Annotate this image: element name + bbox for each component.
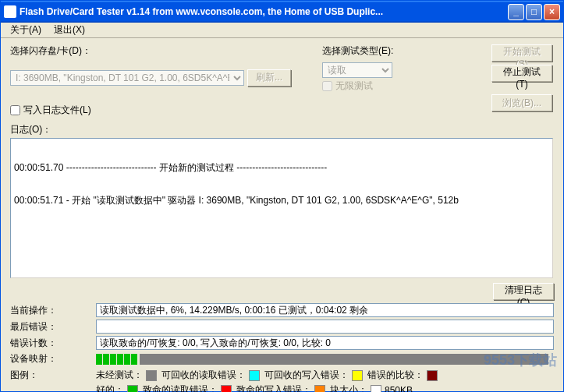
minimize-button[interactable]: _ [508,4,524,20]
drive-select-group: I: 3690MB, "Kingston, DT 101 G2, 1.00, 6… [10,69,307,87]
legend-writerec: 可回收的写入错误： [264,369,363,382]
writelog-check-row: 写入日志文件(L) [10,104,91,117]
legend-readrec: 可回收的读取错误： [161,369,260,382]
swatch-cyan [249,370,260,381]
swatch-darkred [427,370,438,381]
devicemap-row: 设备映射： [10,352,554,366]
stop-button[interactable]: 停止测试(T) [491,65,552,82]
legend-row-1: 未经测试： 可回收的读取错误： 可回收的写入错误： 错误的比较： [96,369,554,382]
errcount-label: 错误计数： [10,337,96,350]
log-textarea[interactable]: 00:00:51.70 ----------------------------… [10,138,553,278]
top-controls-row: 选择闪存盘/卡(D)： 选择测试类型(E): [10,44,554,58]
legend-row-2: 好的： 致命的读取错误： 致命的写入错误： 块大小：850KB [96,383,554,392]
map-tested-block [124,354,130,365]
action-buttons: 开始测试(S) 停止测试(T) [491,44,552,82]
lasterror-label: 最后错误： [10,320,96,334]
legend-blocksize: 块大小：850KB [330,383,413,392]
clear-log-row: 清理日志(C) [10,283,554,300]
map-tested-block [110,354,116,365]
errcount-value: 读取致命的/可恢复: 0/0, 写入致命的/可恢复: 0/0, 比较: 0 [96,336,554,350]
swatch-orange [314,385,325,393]
app-window: Flash Drive/Card Tester v1.14 from www.v… [0,0,564,392]
currentop-value: 读取测试数据中, 6%, 14.229MB/s, 0:00:16 已测试，0:0… [96,303,554,317]
map-untested-block [140,354,548,365]
infinite-test-row: 无限测试 [322,79,392,93]
window-controls: _ □ × [508,4,560,20]
testtype-select-group: 读取 无限测试 [322,62,392,93]
drive-group: 选择闪存盘/卡(D)： [10,44,307,58]
legend-untested: 未经测试： [96,369,157,382]
log-line: 00:00:51.70 ----------------------------… [14,162,549,173]
swatch-gray [146,370,157,381]
maximize-button[interactable]: □ [526,4,542,20]
legend-writefatal: 致命的写入错误： [236,383,325,392]
map-tested-block [131,354,137,365]
refresh-button[interactable]: 刷新... [247,69,291,87]
selectors-row: I: 3690MB, "Kingston, DT 101 G2, 1.00, 6… [10,62,554,93]
testtype-group: 选择测试类型(E): [322,44,396,58]
status-table: 当前操作： 读取测试数据中, 6%, 14.229MB/s, 0:00:16 已… [10,303,554,366]
device-map [96,353,548,366]
drive-select[interactable]: I: 3690MB, "Kingston, DT 101 G2, 1.00, 6… [10,70,244,86]
swatch-yellow [352,370,363,381]
currentop-row: 当前操作： 读取测试数据中, 6%, 14.229MB/s, 0:00:16 已… [10,303,554,317]
menubar: 关于(A) 退出(X) [1,23,563,38]
legend-readfatal: 致命的读取错误： [143,383,232,392]
swatch-red [221,385,232,393]
clearlog-button[interactable]: 清理日志(C) [493,283,554,300]
swatch-white [371,385,381,393]
map-tested-block [117,354,123,365]
infinite-label: 无限测试 [335,79,373,93]
close-button[interactable]: × [544,4,560,20]
currentop-label: 当前操作： [10,304,96,317]
drive-label: 选择闪存盘/卡(D)： [10,44,303,58]
writelog-label: 写入日志文件(L) [23,104,91,117]
log-label: 日志(O)： [10,123,551,136]
lasterror-row: 最后错误： [10,320,554,334]
map-tested-block [103,354,109,365]
menu-about[interactable]: 关于(A) [4,22,48,38]
map-tested-block [96,354,102,365]
app-icon [4,5,16,18]
log-line: 00:00:51.71 - 开始 "读取测试数据中" 驱动器 I: 3690MB… [14,195,549,206]
titlebar: Flash Drive/Card Tester v1.14 from www.v… [1,1,563,23]
legend-label: 图例： [10,369,96,382]
menu-exit[interactable]: 退出(X) [48,22,91,38]
browse-button[interactable]: 浏览(B)... [491,94,552,111]
testtype-select[interactable]: 读取 [322,62,392,78]
devicemap-label: 设备映射： [10,352,96,366]
writelog-checkbox[interactable] [10,105,20,115]
lasterror-value [96,320,554,334]
content-area: 选择闪存盘/卡(D)： 选择测试类型(E): I: 3690MB, "Kings… [1,38,563,392]
errcount-row: 错误计数： 读取致命的/可恢复: 0/0, 写入致命的/可恢复: 0/0, 比较… [10,336,554,350]
start-button[interactable]: 开始测试(S) [491,44,552,62]
legend-good: 好的： [96,383,138,392]
legend-mismatch: 错误的比较： [367,369,438,382]
swatch-green [127,385,138,393]
title-text: Flash Drive/Card Tester v1.14 from www.v… [20,6,508,17]
testtype-label: 选择测试类型(E): [322,44,393,58]
infinite-checkbox[interactable] [322,81,332,91]
writelog-row: 写入日志文件(L) [10,104,554,117]
legend: 图例： 未经测试： 可回收的读取错误： 可回收的写入错误： 错误的比较： 好的：… [10,369,554,392]
legend-rows: 未经测试： 可回收的读取错误： 可回收的写入错误： 错误的比较： 好的： 致命的… [96,369,554,392]
